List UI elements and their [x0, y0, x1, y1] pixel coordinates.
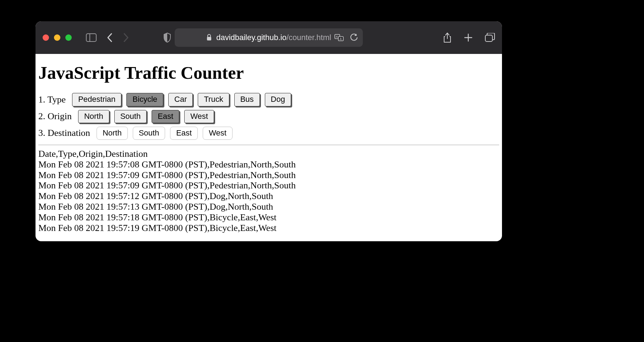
sidebar-toggle-icon[interactable] — [86, 33, 97, 42]
row-origin-label: 2. Origin — [38, 111, 72, 122]
close-window-button[interactable] — [43, 34, 49, 41]
url-path: /counter.html — [286, 33, 331, 42]
origin-option-east[interactable]: East — [152, 110, 179, 123]
log-entry: Mon Feb 08 2021 19:57:18 GMT-0800 (PST),… — [38, 212, 499, 223]
forward-button[interactable] — [123, 33, 129, 43]
type-option-pedestrian[interactable]: Pedestrian — [72, 93, 121, 106]
origin-option-south[interactable]: South — [114, 110, 147, 123]
browser-window: davidbailey.github.io/counter.html A あ — [36, 21, 502, 241]
svg-rect-2 — [207, 37, 211, 40]
log-header: Date,Type,Origin,Destination — [38, 149, 499, 159]
lock-icon — [206, 34, 212, 41]
svg-text:A: A — [336, 35, 338, 38]
type-option-dog[interactable]: Dog — [265, 93, 291, 106]
row-type-label: 1. Type — [38, 94, 66, 105]
origin-option-north[interactable]: North — [78, 110, 109, 123]
svg-text:あ: あ — [339, 37, 342, 40]
minimize-window-button[interactable] — [54, 34, 60, 41]
log-entry: Mon Feb 08 2021 19:57:08 GMT-0800 (PST),… — [38, 159, 499, 170]
destination-option-east[interactable]: East — [170, 127, 198, 140]
page-content: JavaScript Traffic Counter 1. Type Pedes… — [36, 54, 502, 233]
address-bar[interactable]: davidbailey.github.io/counter.html A あ — [175, 28, 363, 47]
row-origin: 2. Origin NorthSouthEastWest — [38, 110, 499, 123]
tab-overview-icon[interactable] — [485, 33, 495, 42]
url-domain: davidbailey.github.io — [216, 33, 286, 42]
destination-option-north[interactable]: North — [97, 127, 128, 140]
back-button[interactable] — [107, 33, 113, 43]
svg-rect-10 — [485, 35, 492, 42]
reload-button[interactable] — [350, 34, 358, 42]
log-entry: Mon Feb 08 2021 19:57:09 GMT-0800 (PST),… — [38, 180, 499, 191]
window-controls — [43, 34, 72, 41]
new-tab-icon[interactable] — [464, 33, 473, 42]
type-option-bicycle[interactable]: Bicycle — [126, 93, 163, 106]
privacy-shield-icon[interactable] — [163, 33, 171, 43]
destination-option-south[interactable]: South — [133, 127, 165, 140]
toolbar-right — [443, 32, 495, 43]
page-title: JavaScript Traffic Counter — [38, 62, 499, 83]
type-option-truck[interactable]: Truck — [198, 93, 229, 106]
log-entry: Mon Feb 08 2021 19:57:19 GMT-0800 (PST),… — [38, 223, 499, 233]
divider — [38, 145, 499, 145]
row-destination-label: 3. Destination — [38, 128, 90, 138]
row-destination: 3. Destination NorthSouthEastWest — [38, 127, 499, 140]
share-icon[interactable] — [443, 32, 452, 43]
translate-icon[interactable]: A あ — [334, 34, 344, 42]
type-option-car[interactable]: Car — [168, 93, 193, 106]
toolbar-left — [86, 33, 171, 43]
row-type: 1. Type PedestrianBicycleCarTruckBusDog — [38, 93, 499, 106]
destination-option-west[interactable]: West — [203, 127, 233, 140]
log-entry: Mon Feb 08 2021 19:57:13 GMT-0800 (PST),… — [38, 202, 499, 212]
log-entry: Mon Feb 08 2021 19:57:12 GMT-0800 (PST),… — [38, 191, 499, 202]
zoom-window-button[interactable] — [65, 34, 72, 41]
type-option-bus[interactable]: Bus — [234, 93, 260, 106]
address-bar-text: davidbailey.github.io/counter.html — [216, 33, 331, 42]
origin-option-west[interactable]: West — [184, 110, 214, 123]
log-entry: Mon Feb 08 2021 19:57:09 GMT-0800 (PST),… — [38, 170, 499, 181]
svg-rect-0 — [86, 34, 96, 42]
log-output: Date,Type,Origin,Destination Mon Feb 08 … — [38, 149, 499, 233]
browser-titlebar: davidbailey.github.io/counter.html A あ — [36, 21, 502, 54]
